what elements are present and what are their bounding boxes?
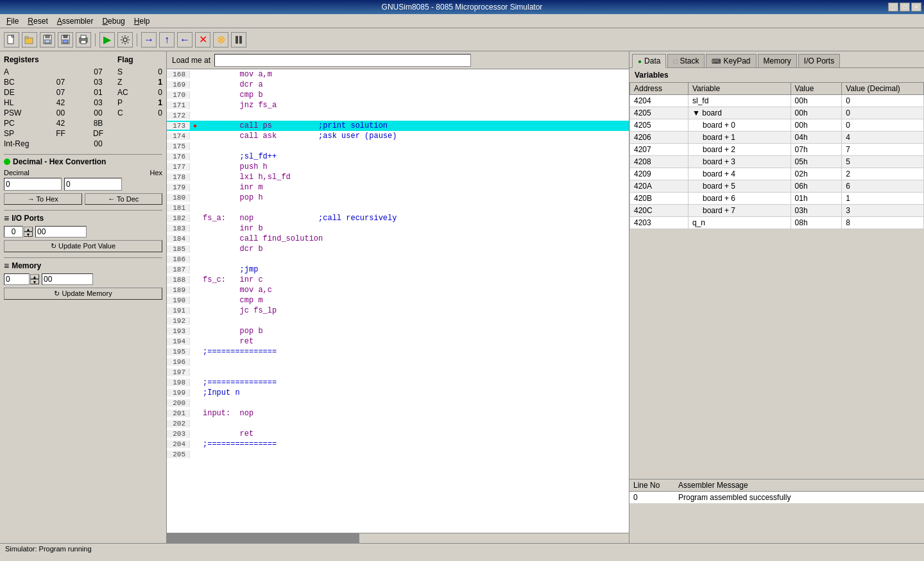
table-row: 4204sl_fd00h0 — [630, 95, 924, 107]
line-content: input: nop — [200, 409, 629, 418]
code-line: 184 call find_solution — [167, 234, 629, 244]
port-num-down[interactable]: ▼ — [24, 232, 33, 237]
line-content: mov a,c — [200, 286, 629, 295]
cell-address: 4206 — [630, 132, 689, 144]
reg-val-pc1: 42 — [48, 119, 74, 128]
maximize-button[interactable]: □ — [900, 3, 910, 12]
mem-addr-down[interactable]: ▼ — [30, 279, 39, 284]
tab-io-ports[interactable]: I/O Ports — [798, 54, 840, 67]
cell-variable: sl_fd — [689, 95, 791, 107]
cell-variable: ▼ board — [689, 107, 791, 119]
step-back-button[interactable]: ← — [177, 32, 193, 47]
title-bar-controls[interactable]: _ □ × — [888, 3, 921, 12]
cell-decimal: 0 — [842, 107, 924, 119]
cell-address: 4203 — [630, 217, 689, 229]
menu-reset[interactable]: Reset — [24, 15, 51, 27]
svg-point-19 — [128, 42, 129, 43]
to-dec-button[interactable]: ← To Dec — [85, 193, 163, 205]
reg-row-pc: PC 42 8B — [4, 118, 111, 128]
port-num-up[interactable]: ▲ — [24, 227, 33, 232]
registers-title: Registers — [4, 55, 111, 64]
pause-button[interactable] — [231, 32, 246, 47]
horizontal-scrollbar[interactable] — [167, 533, 629, 543]
reg-row-intreg: Int-Reg 00 — [4, 139, 111, 149]
menu-file[interactable]: File — [3, 15, 22, 27]
save-button[interactable] — [58, 32, 73, 47]
save-as-button[interactable] — [40, 32, 55, 47]
run-button[interactable]: ▶ — [99, 32, 115, 47]
table-row: 4207board + 207h7 — [630, 144, 924, 156]
reg-val-bc1: 07 — [48, 78, 74, 87]
code-line: 173● call ps ;print solution — [167, 121, 629, 131]
code-line: 185 dcr b — [167, 244, 629, 254]
cell-address: 4208 — [630, 156, 689, 168]
hex-input[interactable] — [64, 178, 122, 191]
update-memory-button[interactable]: ↻ Update Memory — [4, 288, 162, 300]
code-line: 203 ret — [167, 429, 629, 439]
tab-data[interactable]: ● Data — [632, 54, 666, 68]
new-button[interactable] — [4, 32, 19, 47]
reg-row-bc: BC 07 03 — [4, 77, 111, 87]
open-button[interactable] — [22, 32, 37, 47]
port-value-input[interactable] — [35, 226, 87, 237]
cell-variable: board + 1 — [689, 132, 791, 144]
line-content: ;Input n — [200, 388, 629, 397]
code-line: 175 — [167, 141, 629, 151]
reg-val-sp2: DF — [85, 129, 111, 138]
code-scroll[interactable]: 168 mov a,m169 dcr a170 cmp b171 jnz fs_… — [167, 69, 629, 533]
stop-yellow-button[interactable]: ⊗ — [213, 32, 228, 47]
code-line: 181 — [167, 203, 629, 213]
load-label: Load me at — [172, 56, 210, 65]
reg-val-de2: 01 — [85, 88, 111, 97]
line-content: inr m — [200, 183, 629, 192]
memory-title: ≡ Memory — [4, 261, 162, 271]
code-line: 198;=============== — [167, 377, 629, 388]
cell-value: 03h — [791, 205, 842, 217]
code-line: 179 inr m — [167, 182, 629, 193]
variables-label: Variables — [629, 68, 924, 82]
update-port-button[interactable]: ↻ Update Port Value — [4, 240, 162, 252]
decimal-input[interactable] — [4, 178, 62, 191]
mem-addr-up[interactable]: ▲ — [30, 274, 39, 279]
load-bar: Load me at — [167, 51, 629, 69]
to-hex-button[interactable]: → To Hex — [4, 193, 82, 205]
decimal-hex-section: Decimal - Hex Convertion Decimal Hex → T… — [4, 157, 162, 205]
close-button[interactable]: × — [911, 3, 921, 12]
minimize-button[interactable]: _ — [888, 3, 898, 12]
print-button[interactable] — [76, 32, 91, 47]
col-lineno-label: Line No — [633, 481, 678, 490]
port-number-input[interactable] — [4, 226, 23, 237]
table-row: 420Bboard + 601h1 — [630, 193, 924, 205]
menu-debug[interactable]: Debug — [98, 15, 128, 27]
tab-stack-label: Stack — [680, 56, 699, 65]
tab-keypad[interactable]: ⌨ KeyPad — [706, 54, 756, 67]
line-number: 197 — [167, 368, 190, 376]
code-line: 171 jnz fs_a — [167, 100, 629, 110]
memory-address-input[interactable] — [4, 273, 30, 285]
settings-button[interactable] — [117, 32, 133, 47]
hex-label: Hex — [150, 169, 162, 177]
registers-flags-section: Registers A 07 BC 07 03 DE 07 01 HL — [4, 55, 162, 149]
reg-row-de: DE 07 01 — [4, 87, 111, 98]
memory-value-input[interactable] — [42, 273, 93, 285]
step-up-button[interactable]: ↑ — [159, 32, 175, 47]
message-row: 0 Program assembled successfully — [629, 492, 924, 503]
menu-help[interactable]: Help — [130, 15, 154, 27]
menu-assembler[interactable]: Assembler — [53, 15, 98, 27]
stop-red-button[interactable]: ✕ — [195, 32, 210, 47]
cell-decimal: 7 — [842, 144, 924, 156]
separator-2 — [137, 33, 137, 46]
mem-addr-spinner-btns: ▲ ▼ — [30, 274, 39, 284]
step-forward-button[interactable]: → — [141, 32, 157, 47]
reg-row-hl: HL 42 03 — [4, 98, 111, 108]
tab-memory[interactable]: Memory — [758, 54, 797, 67]
tab-stack[interactable]: □ Stack — [667, 54, 705, 67]
svg-point-15 — [124, 43, 126, 44]
load-input[interactable] — [214, 54, 471, 67]
svg-rect-11 — [81, 40, 86, 44]
line-number: 178 — [167, 173, 190, 181]
io-ports-section: ≡ I/O Ports ▲ ▼ ↻ Update Port Value — [4, 213, 162, 252]
line-number: 173 — [167, 122, 190, 130]
line-content: ;=============== — [200, 347, 629, 356]
reg-label-pc: PC — [4, 119, 36, 128]
